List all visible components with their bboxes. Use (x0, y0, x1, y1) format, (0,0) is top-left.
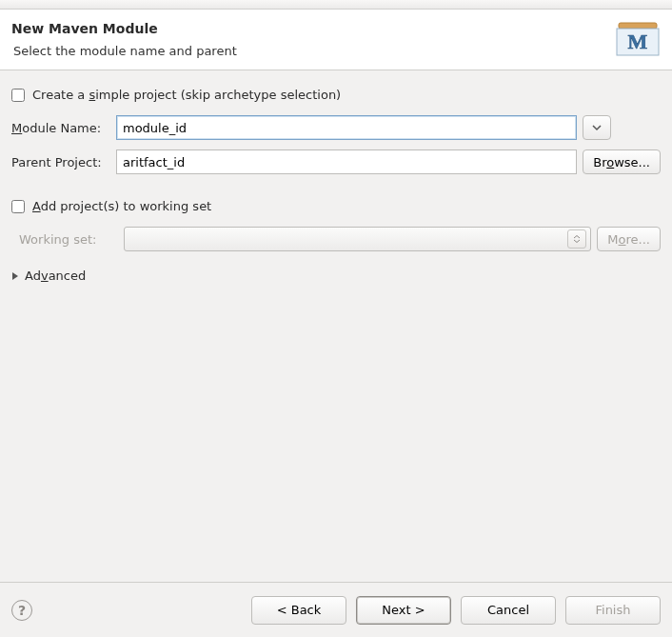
add-working-set-label: Add project(s) to working set (32, 199, 211, 213)
chevron-down-icon (573, 239, 581, 243)
cancel-button[interactable]: Cancel (461, 596, 556, 625)
page-subtitle: Select the module name and parent (11, 44, 237, 58)
add-working-set-row[interactable]: Add project(s) to working set (11, 191, 661, 217)
working-set-more-button: More... (597, 227, 661, 251)
page-title: New Maven Module (11, 21, 237, 36)
parent-project-label: Parent Project: (11, 155, 110, 169)
advanced-label: Advanced (25, 269, 86, 283)
svg-rect-0 (619, 23, 657, 29)
chevron-down-icon (592, 123, 602, 132)
advanced-toggle[interactable]: Advanced (11, 267, 661, 285)
wizard-header: New Maven Module Select the module name … (0, 10, 672, 70)
add-working-set-checkbox[interactable] (11, 200, 25, 213)
module-name-dropdown-button[interactable] (583, 115, 611, 140)
finish-button: Finish (565, 596, 661, 625)
wizard-content: Create a simple project (skip archetype … (0, 70, 672, 285)
module-name-input[interactable] (116, 115, 577, 140)
working-set-combo[interactable] (124, 227, 591, 251)
maven-module-icon: M (611, 17, 661, 57)
wizard-footer: ? < Back Next > Cancel Finish (0, 582, 672, 637)
simple-project-row[interactable]: Create a simple project (skip archetype … (11, 80, 661, 115)
working-set-label: Working set: (19, 232, 118, 247)
help-icon[interactable]: ? (11, 600, 32, 621)
working-set-grid: Working set: More... (19, 227, 661, 251)
form-grid: Module Name: Parent Project: Browse... (11, 115, 661, 174)
browse-button[interactable]: Browse... (583, 149, 661, 174)
window-titlebar (0, 0, 672, 10)
module-name-label: Module Name: (11, 121, 110, 135)
parent-project-input[interactable] (116, 149, 577, 174)
working-set-stepper[interactable] (567, 229, 586, 249)
simple-project-label: Create a simple project (skip archetype … (32, 88, 341, 102)
next-button[interactable]: Next > (356, 596, 451, 625)
back-button[interactable]: < Back (251, 596, 346, 625)
triangle-right-icon (11, 271, 19, 281)
svg-text:M: M (628, 30, 648, 53)
simple-project-checkbox[interactable] (11, 89, 25, 102)
